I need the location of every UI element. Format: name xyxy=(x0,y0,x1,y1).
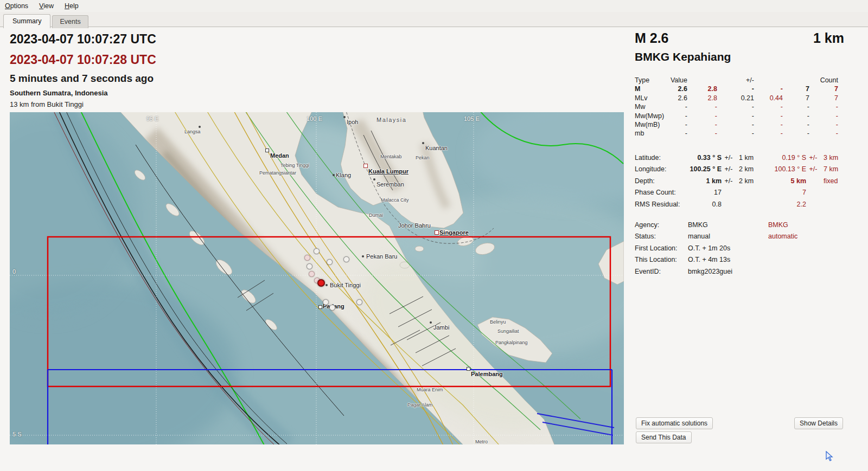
location-row-latitude: Latitude:0.33 ° S+/-1 km0.19 ° S+/-3 km xyxy=(635,154,854,165)
map-city-label: Pagar Alam xyxy=(407,402,433,408)
mag-cell: Mw(mB) xyxy=(635,121,667,128)
loc-manual-value: 0.8 xyxy=(688,201,722,208)
mag-cell: 7 xyxy=(809,85,838,93)
show-details-button[interactable]: Show Details xyxy=(794,417,843,429)
info-row-status: Status:manualautomatic xyxy=(635,233,854,244)
map-city-label: Pangkalpinang xyxy=(495,339,528,346)
mag-cell: - xyxy=(717,103,754,111)
menu-help[interactable]: Help xyxy=(65,2,79,10)
info-manual-value: manual xyxy=(688,233,768,240)
event-dot xyxy=(304,255,310,261)
mag-cell: 2.6 xyxy=(667,85,687,93)
city-marker xyxy=(362,255,364,257)
event-dot xyxy=(314,248,320,254)
map-city-label: Belinyu xyxy=(490,319,506,325)
city-marker xyxy=(373,178,375,180)
info-label: EventID: xyxy=(635,268,688,275)
loc-manual-value: 1 km xyxy=(688,177,722,185)
app-window: Options View Help Summary Events 2023-04… xyxy=(0,0,868,471)
loc-pm: +/- xyxy=(806,154,820,162)
mag-cell: - xyxy=(717,130,754,137)
info-row-eventid: EventID:bmkg2023guei xyxy=(635,268,854,279)
map-city-label: Pekan xyxy=(416,154,430,161)
info-manual-value: BMKG xyxy=(688,221,768,229)
mag-cell: - xyxy=(687,121,717,128)
graticule-label: 95 E xyxy=(146,115,159,122)
map-city-label: Malaysia xyxy=(376,117,406,123)
menu-options[interactable]: Options xyxy=(5,2,28,10)
loc-label: Phase Count: xyxy=(635,189,688,196)
time-ago-label: 5 minutes and 7 seconds ago xyxy=(10,73,154,85)
loc-label: Depth: xyxy=(635,177,688,185)
magnitude-row[interactable]: Mw------ xyxy=(635,103,844,112)
loc-manual-err: 2 km xyxy=(736,165,762,173)
epicenter-marker[interactable] xyxy=(317,279,325,287)
loc-auto-err: 7 km xyxy=(820,165,848,173)
magnitude-row[interactable]: MLv2.62.80.210.4477 xyxy=(635,94,844,103)
mag-cell: 0.21 xyxy=(717,94,754,102)
loc-label: Longitude: xyxy=(635,165,688,173)
mag-cell: - xyxy=(754,112,783,120)
mag-cell: - xyxy=(754,121,783,128)
mag-cell: 0.44 xyxy=(754,94,783,102)
loc-label: Latitude: xyxy=(635,154,688,162)
mag-cell: - xyxy=(717,85,754,93)
map-city-label: Jambi xyxy=(433,324,449,331)
loc-pm: +/- xyxy=(722,165,736,173)
info-manual-value: bmkg2023guei xyxy=(688,268,768,275)
mag-cell: - xyxy=(667,103,687,111)
city-marker xyxy=(265,149,269,152)
menu-bar: Options View Help xyxy=(0,0,868,12)
map-city-label: Pematangsiantar xyxy=(259,170,296,176)
loc-auto-err: 3 km xyxy=(820,154,848,162)
loc-auto-value: 7 xyxy=(762,189,806,196)
tab-events[interactable]: Events xyxy=(52,15,88,28)
map-city-label: Pekan Baru xyxy=(366,253,397,260)
send-this-data-button[interactable]: Send This Data xyxy=(636,431,692,443)
info-label: Status: xyxy=(635,233,688,240)
region-label: Southern Sumatra, Indonesia xyxy=(10,89,108,97)
fix-automatic-solutions-button[interactable]: Fix automatic solutions xyxy=(636,417,713,429)
map-city-label: Kuantan xyxy=(425,145,448,151)
info-auto-value: BMKG xyxy=(768,221,854,229)
info-auto-value: automatic xyxy=(768,233,854,240)
info-manual-value: O.T. + 4m 13s xyxy=(688,256,768,263)
loc-auto-err: fixed xyxy=(820,177,848,185)
magnitude-row[interactable]: mb------ xyxy=(635,130,844,138)
magnitude-row[interactable]: Mw(mB)------ xyxy=(635,121,844,130)
mag-cell: - xyxy=(717,112,754,120)
map-city-label: Kuala Lumpur xyxy=(368,168,409,175)
mag-cell: - xyxy=(687,130,717,137)
magnitude-table: Type Value +/- Count M2.62.8--77 MLv2.62… xyxy=(635,76,844,139)
map-city-label: Palembang xyxy=(471,371,503,377)
magnitude-row[interactable]: Mw(Mwp)------ xyxy=(635,112,844,121)
map-city-label: Medan xyxy=(270,152,289,159)
depth-headline: 1 km xyxy=(813,30,844,46)
mag-cell: - xyxy=(809,112,838,120)
mag-cell: 2.8 xyxy=(687,94,717,102)
graticule-label: 5 S xyxy=(12,431,22,437)
mouse-cursor xyxy=(825,451,835,462)
mag-cell: - xyxy=(783,103,809,111)
loc-pm: +/- xyxy=(722,154,736,162)
tab-summary[interactable]: Summary xyxy=(3,14,50,28)
info-row-this-location: This Location:O.T. + 4m 13s xyxy=(635,256,854,267)
map-city-label: Johor Bahru xyxy=(398,222,431,229)
mag-cell: 7 xyxy=(809,94,838,102)
map-city-label: Muara Enim xyxy=(417,386,443,393)
mag-cell: - xyxy=(717,121,754,128)
map[interactable]: 95 E100 E105 E05 SLangsaIpohMalaysiaKuan… xyxy=(10,112,624,444)
map-city-label: Klang xyxy=(336,172,351,178)
magnitude-row[interactable]: M2.62.8--77 xyxy=(635,85,844,94)
info-label: First Location: xyxy=(635,244,688,252)
loc-label: RMS Residual: xyxy=(635,201,688,208)
mag-cell: - xyxy=(809,130,838,137)
mag-cell: - xyxy=(809,121,838,128)
menu-view[interactable]: View xyxy=(39,2,54,10)
mag-cell: 7 xyxy=(783,94,809,102)
col-pm: +/- xyxy=(717,76,754,84)
graticule-label: 0 xyxy=(12,268,16,275)
event-dot xyxy=(329,305,335,311)
info-manual-value: O.T. + 1m 20s xyxy=(688,244,768,252)
city-marker xyxy=(199,126,201,128)
